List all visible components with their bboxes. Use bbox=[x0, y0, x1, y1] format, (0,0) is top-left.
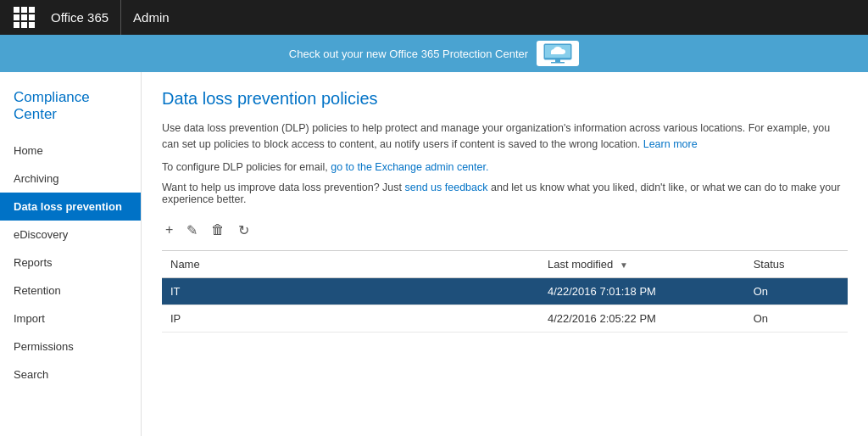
sidebar-item-search[interactable]: Search bbox=[0, 361, 141, 388]
delete-button[interactable]: 🗑 bbox=[208, 221, 228, 239]
sidebar-item-archiving[interactable]: Archiving bbox=[0, 165, 141, 193]
sidebar-item-import[interactable]: Import bbox=[0, 305, 141, 333]
exchange-paragraph: To configure DLP policies for email, go … bbox=[162, 161, 848, 173]
svg-rect-6 bbox=[555, 59, 560, 62]
feedback-paragraph: Want to help us improve data loss preven… bbox=[162, 182, 848, 205]
sidebar-item-reports[interactable]: Reports bbox=[0, 249, 141, 277]
toolbar: + ✎ 🗑 ↻ bbox=[162, 221, 848, 240]
col-modified-label: Last modified bbox=[548, 258, 613, 271]
sidebar-item-data-loss-prevention[interactable]: Data loss prevention bbox=[0, 193, 141, 221]
edit-button[interactable]: ✎ bbox=[183, 221, 201, 240]
svg-rect-5 bbox=[551, 52, 563, 54]
exchange-admin-link[interactable]: go to the Exchange admin center. bbox=[331, 161, 488, 173]
row-status: On bbox=[745, 277, 848, 305]
grid-icon bbox=[14, 7, 35, 28]
banner-icon bbox=[537, 41, 579, 66]
description-text: Use data loss prevention (DLP) policies … bbox=[162, 122, 830, 150]
monitor-svg bbox=[542, 43, 573, 64]
configure-text: To configure DLP policies for email, bbox=[162, 161, 328, 173]
feedback-text: Want to help us improve data loss preven… bbox=[162, 182, 402, 193]
app-title: Office 365 bbox=[39, 0, 121, 35]
learn-more-link[interactable]: Learn more bbox=[643, 138, 698, 150]
table-row[interactable]: IT 4/22/2016 7:01:18 PM On bbox=[162, 277, 848, 305]
sort-arrow-icon: ▼ bbox=[620, 260, 628, 270]
row-name: IT bbox=[162, 277, 539, 305]
sidebar-item-retention[interactable]: Retention bbox=[0, 277, 141, 305]
col-header-name: Name bbox=[162, 250, 539, 277]
app-launcher-button[interactable] bbox=[8, 0, 39, 35]
table-header-row: Name Last modified ▼ Status bbox=[162, 250, 848, 277]
col-header-status: Status bbox=[745, 250, 848, 277]
refresh-button[interactable]: ↻ bbox=[235, 221, 253, 240]
feedback-link[interactable]: send us feedback bbox=[405, 182, 488, 193]
main-content: Data loss prevention policies Use data l… bbox=[142, 72, 868, 436]
promo-banner[interactable]: Check out your new Office 365 Protection… bbox=[0, 35, 868, 72]
row-name: IP bbox=[162, 305, 539, 332]
page-heading: Data loss prevention policies bbox=[162, 89, 848, 109]
sidebar: Compliance Center Home Archiving Data lo… bbox=[0, 72, 142, 436]
add-button[interactable]: + bbox=[162, 221, 176, 239]
col-header-modified[interactable]: Last modified ▼ bbox=[539, 250, 745, 277]
row-modified: 4/22/2016 2:05:22 PM bbox=[539, 305, 745, 332]
policies-table: Name Last modified ▼ Status IT 4/22/2016… bbox=[162, 250, 848, 333]
svg-rect-7 bbox=[551, 62, 565, 64]
table-row[interactable]: IP 4/22/2016 2:05:22 PM On bbox=[162, 305, 848, 332]
banner-text: Check out your new Office 365 Protection… bbox=[289, 48, 528, 60]
page-container: Compliance Center Home Archiving Data lo… bbox=[0, 72, 868, 436]
sidebar-item-permissions[interactable]: Permissions bbox=[0, 333, 141, 361]
sidebar-title: Compliance Center bbox=[0, 81, 141, 137]
row-status: On bbox=[745, 305, 848, 332]
sidebar-item-ediscovery[interactable]: eDiscovery bbox=[0, 221, 141, 249]
top-nav: Office 365 Admin bbox=[0, 0, 868, 35]
section-title: Admin bbox=[121, 0, 181, 35]
sidebar-item-home[interactable]: Home bbox=[0, 137, 141, 165]
description-paragraph: Use data loss prevention (DLP) policies … bbox=[162, 120, 848, 153]
row-modified: 4/22/2016 7:01:18 PM bbox=[539, 277, 745, 305]
